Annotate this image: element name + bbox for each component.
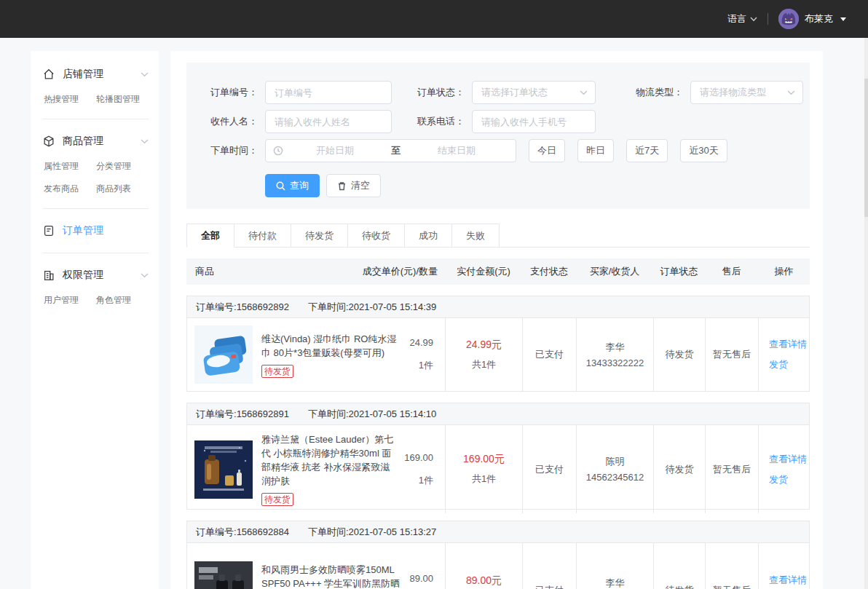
tab-pending-shipment[interactable]: 待发货 [291,224,348,248]
header-actions: 操作 [758,265,810,278]
user-menu[interactable]: 布莱克 [778,9,846,29]
start-date-placeholder: 开始日期 [283,144,387,157]
sidebar-group-product[interactable]: 商品管理 [42,130,149,153]
quick-today-button[interactable]: 今日 [529,139,565,162]
ship-link[interactable]: 发货 [769,473,788,486]
logistics-select[interactable]: 请选择物流类型 [690,81,803,104]
date-to-label: 至 [387,144,405,157]
sidebar-item-attributes[interactable]: 属性管理 [44,160,96,173]
building-icon [42,269,55,282]
quick-30days-button[interactable]: 近30天 [680,139,727,162]
buyer-cell: 陈明 14562345612 [576,425,653,513]
order-block-header: 订单编号:1568692892 下单时间:2021-07-05 15:14:39 [187,296,809,318]
order-no-input[interactable] [265,81,392,104]
sidebar-divider [42,253,149,253]
product-image [194,561,253,589]
product-cell: 维达(Vinda) 湿巾纸巾 RO纯水湿巾 80片*3包量贩装(母婴可用) 待发… [187,318,445,391]
view-detail-link[interactable]: 查看详情 [769,574,807,587]
language-dropdown[interactable]: 语言 [727,12,757,25]
paid-amount-cell: 89.00元 共1件 [445,543,522,589]
unit-price: 24.99 [409,337,433,348]
sidebar-subitems: 用户管理 角色管理 [42,287,149,309]
user-avatar [778,9,799,29]
chevron-down-icon [141,72,149,77]
header-after-sale: 售后 [705,265,758,278]
order-status-cell: 待发货 [653,425,705,513]
tab-pending-payment[interactable]: 待付款 [234,224,291,248]
chevron-down-icon [787,90,795,95]
buyer-name: 李华 [606,340,625,354]
sidebar-item-publish-product[interactable]: 发布商品 [44,183,96,195]
after-sale-cell: 暂无售后 [705,425,758,513]
chevron-down-icon [141,139,149,144]
sidebar-item-categories[interactable]: 分类管理 [96,160,149,173]
username: 布莱克 [805,12,833,25]
order-block: 订单编号:1568692891 下单时间:2021-07-05 15:14:10 [186,403,810,510]
sidebar-item-hot-search[interactable]: 热搜管理 [44,93,96,106]
tab-failed[interactable]: 失败 [452,224,500,248]
receiver-input[interactable] [265,110,392,133]
tab-pending-receipt[interactable]: 待收货 [348,224,405,248]
actions-cell: 查看详情 发货 [758,318,810,391]
sidebar-item-users[interactable]: 用户管理 [44,294,96,307]
paid-amount: 24.99元 [466,339,502,352]
actions-cell: 查看详情 发货 [758,543,810,589]
quantity: 1件 [419,474,433,487]
quantity: 1件 [419,359,433,372]
clear-button-label: 清空 [351,179,370,192]
buyer-cell: 李华 13433322222 [576,543,653,589]
order-number: 订单编号:1568692891 [196,408,289,421]
unit-price-qty: 169.00 1件 [404,452,435,487]
pay-status-cell: 已支付 [522,318,576,391]
search-button-label: 查询 [290,179,309,192]
product-title: 和风雨男士多效防晒喷雾150ML SPF50 PA+++ 学生军训防黑防晒乳 户… [261,563,401,589]
order-block: 订单编号:1568692884 下单时间:2021-07-05 15:13:27 [186,521,810,589]
product-status-tag: 待发货 [261,365,293,378]
unit-price-qty: 24.99 1件 [409,337,435,372]
date-range-picker[interactable]: 开始日期 至 结束日期 [265,139,516,162]
ship-link[interactable]: 发货 [769,358,788,371]
search-icon [276,181,285,191]
phone-input[interactable] [472,110,596,133]
view-detail-link[interactable]: 查看详情 [769,338,807,351]
tab-all[interactable]: 全部 [186,224,234,248]
paid-amount-cell: 169.00元 共1件 [445,425,522,513]
language-label: 语言 [727,12,746,25]
sidebar-group-label: 店铺管理 [63,68,103,81]
filter-panel: 订单编号： 订单状态： 请选择订单状态 物流类型： 请选择物流类型 收件人名： … [186,63,810,209]
sidebar-item-carousel[interactable]: 轮播图管理 [96,93,149,106]
total-count: 共1件 [472,473,496,486]
total-count: 共1件 [472,358,496,371]
clear-button[interactable]: 清空 [326,174,381,197]
header-buyer: 买家/收货人 [576,265,653,278]
buyer-name: 李华 [606,576,625,589]
quick-7days-button[interactable]: 近7天 [626,139,668,162]
sidebar-group-orders[interactable]: 订单管理 [42,219,149,242]
order-no-label: 订单编号： [205,86,258,99]
sidebar-group-shop[interactable]: 店铺管理 [42,63,149,86]
paid-amount-cell: 24.99元 共1件 [445,318,522,391]
view-detail-link[interactable]: 查看详情 [769,453,807,466]
order-status-select[interactable]: 请选择订单状态 [472,81,596,104]
quick-yesterday-button[interactable]: 昨日 [577,139,614,162]
receiver-label: 收件人名： [205,115,258,128]
sidebar-item-product-list[interactable]: 商品列表 [96,183,149,195]
header-unit-price: 成交单价(元)/数量 [363,265,438,278]
scrollbar-thumb[interactable] [864,79,868,217]
order-status-cell: 待发货 [653,543,705,589]
end-date-placeholder: 结束日期 [405,144,508,157]
order-block-header: 订单编号:1568692891 下单时间:2021-07-05 15:14:10 [187,403,809,425]
sidebar-subitems: 热搜管理 轮播图管理 [42,86,149,108]
clock-icon [273,146,283,156]
sidebar-item-roles[interactable]: 角色管理 [96,294,149,307]
search-button[interactable]: 查询 [265,174,320,197]
tab-success[interactable]: 成功 [405,224,452,248]
order-block-header: 订单编号:1568692884 下单时间:2021-07-05 15:13:27 [187,521,809,543]
order-number: 订单编号:1568692892 [196,301,289,314]
scrollbar-track[interactable] [864,38,868,589]
order-document-icon [42,224,55,237]
sidebar-group-permissions[interactable]: 权限管理 [42,264,149,287]
home-icon [42,68,55,81]
chevron-down-icon [580,90,588,95]
product-cell: 和风雨男士多效防晒喷雾150ML SPF50 PA+++ 学生军训防黑防晒乳 户… [187,543,445,589]
